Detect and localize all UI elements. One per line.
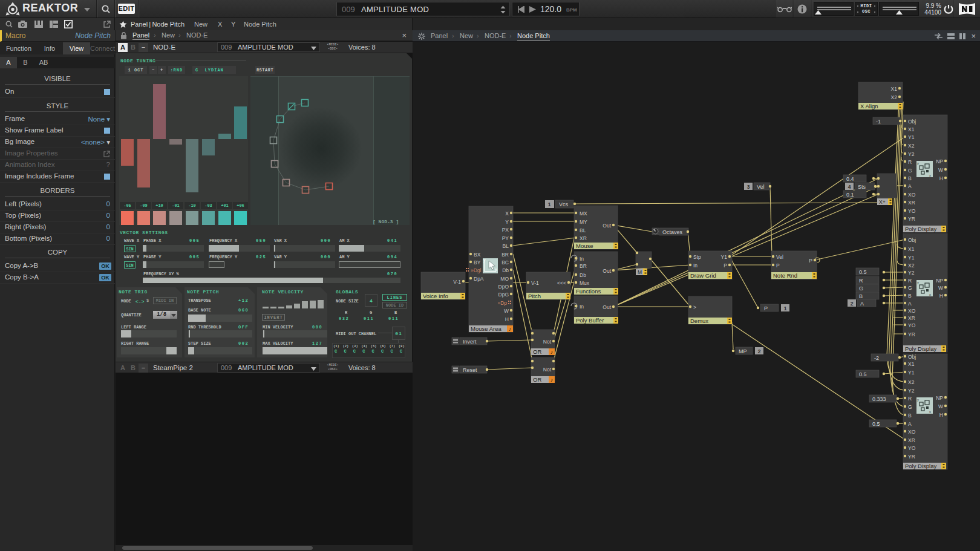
svg-text:BY: BY — [474, 259, 481, 266]
svg-text:y: y — [917, 161, 919, 165]
svg-text:Poly Buffer: Poly Buffer — [576, 317, 604, 324]
svg-text:Vel: Vel — [757, 184, 765, 190]
svg-text:Y1: Y1 — [721, 254, 728, 260]
svg-text:Y: Y — [505, 219, 509, 225]
svg-text:H: H — [939, 293, 943, 299]
svg-text:DpA: DpA — [474, 276, 484, 282]
svg-text:MX: MX — [580, 210, 587, 217]
svg-text:X1: X1 — [908, 361, 915, 367]
svg-text:R: R — [908, 278, 912, 284]
svg-text:B: B — [908, 412, 912, 419]
svg-text:<<<: <<< — [557, 280, 566, 286]
svg-text:BL: BL — [580, 227, 586, 233]
svg-text:Db: Db — [580, 272, 586, 278]
svg-text:Sts: Sts — [858, 184, 866, 190]
svg-text:P: P — [724, 262, 727, 269]
svg-text:Voice Info: Voice Info — [423, 293, 448, 299]
svg-text:YR: YR — [908, 331, 915, 337]
svg-text:OR: OR — [533, 348, 541, 355]
svg-text:In: In — [580, 256, 584, 262]
svg-text:YO: YO — [908, 322, 916, 328]
svg-text:♪: ♪ — [509, 326, 512, 332]
svg-text:Y2: Y2 — [908, 270, 915, 276]
svg-text:Y2: Y2 — [908, 388, 915, 394]
svg-text:R: R — [908, 159, 912, 165]
svg-text:OR: OR — [533, 376, 541, 383]
svg-text:YO: YO — [908, 208, 916, 214]
svg-text:NP: NP — [936, 395, 943, 401]
svg-text:3: 3 — [747, 184, 750, 190]
svg-text:M: M — [638, 269, 642, 275]
svg-text:X1: X1 — [908, 126, 915, 132]
svg-text:0.4: 0.4 — [846, 176, 854, 182]
svg-text:X1: X1 — [891, 86, 898, 92]
svg-text:DpO: DpO — [498, 284, 509, 290]
svg-text:-1: -1 — [876, 119, 881, 125]
svg-text:X2: X2 — [908, 143, 915, 149]
svg-text:Obj: Obj — [908, 354, 916, 360]
svg-text:X Align: X Align — [860, 103, 878, 109]
svg-text:MP: MP — [739, 348, 747, 354]
svg-text:X: X — [505, 210, 509, 217]
svg-text:B: B — [908, 175, 912, 181]
svg-text:BX: BX — [474, 252, 481, 258]
svg-text:YO: YO — [908, 445, 916, 451]
svg-text:Draw Grid: Draw Grid — [690, 272, 716, 279]
svg-text:XR: XR — [908, 200, 915, 206]
svg-text:V-1: V-1 — [531, 280, 539, 286]
svg-text:x: x — [495, 267, 497, 272]
svg-text:2: 2 — [758, 348, 761, 354]
svg-text:-2: -2 — [874, 355, 879, 361]
svg-text:A: A — [908, 421, 912, 427]
svg-text:x: x — [929, 174, 931, 177]
svg-text:YR: YR — [908, 216, 915, 222]
svg-text:Reset: Reset — [463, 367, 477, 373]
svg-text:W: W — [938, 167, 943, 173]
svg-text:W: W — [938, 403, 943, 409]
svg-text:Vel: Vel — [776, 254, 783, 260]
svg-text:Functions: Functions — [576, 288, 601, 295]
svg-text:Poly Display: Poly Display — [905, 463, 937, 469]
svg-text:XR: XR — [908, 315, 915, 321]
svg-text:G: G — [908, 285, 912, 291]
svg-text:NP: NP — [936, 158, 943, 165]
svg-text:In: In — [580, 304, 584, 310]
svg-text:Octaves: Octaves — [662, 229, 683, 235]
svg-text:P: P — [809, 258, 812, 264]
svg-text:XR: XR — [580, 235, 587, 241]
svg-text:y: y — [483, 258, 486, 262]
svg-text:Invert: Invert — [463, 339, 477, 345]
svg-text:»Dp: »Dp — [497, 300, 507, 306]
svg-text:4: 4 — [848, 184, 851, 190]
svg-text:y: y — [917, 398, 919, 402]
svg-text:0.5: 0.5 — [872, 421, 880, 427]
svg-text:y: y — [917, 281, 919, 284]
svg-text:Y1: Y1 — [908, 134, 915, 140]
svg-text:2: 2 — [851, 301, 854, 307]
svg-text:P: P — [764, 305, 768, 311]
svg-text:X2: X2 — [908, 379, 915, 385]
svg-text:MO: MO — [500, 276, 509, 282]
svg-text:PY: PY — [502, 235, 509, 241]
svg-text:V-1: V-1 — [453, 279, 461, 285]
svg-text:0.5: 0.5 — [859, 371, 867, 377]
svg-text:BR: BR — [501, 252, 509, 258]
svg-text:A: A — [860, 301, 864, 307]
svg-text:Y2: Y2 — [908, 151, 915, 157]
svg-text:H: H — [505, 316, 509, 322]
svg-text:Note Rnd: Note Rnd — [773, 272, 797, 279]
svg-text:In: In — [693, 262, 697, 269]
svg-text:X2: X2 — [908, 262, 915, 269]
svg-text:XO: XO — [908, 308, 916, 314]
svg-text:Y1: Y1 — [908, 370, 915, 376]
svg-text:Demux: Demux — [690, 318, 708, 324]
svg-text:♪: ♪ — [550, 349, 554, 355]
svg-text:x: x — [929, 293, 931, 296]
svg-text:H: H — [939, 412, 943, 418]
svg-text:Poly Display: Poly Display — [905, 226, 937, 232]
svg-text:Mouse: Mouse — [576, 243, 593, 249]
svg-text:>: > — [693, 304, 696, 310]
svg-text:Obj: Obj — [908, 119, 916, 125]
svg-text:BR: BR — [580, 263, 587, 269]
svg-text:x: x — [929, 410, 931, 414]
